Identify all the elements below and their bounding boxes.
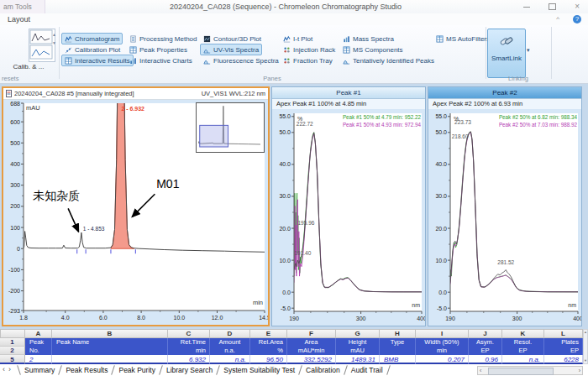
column-letter-l[interactable]: L bbox=[544, 329, 583, 338]
sheet-tab-calibration[interactable]: Calibration bbox=[301, 365, 345, 376]
column-letter-e[interactable]: E bbox=[250, 329, 287, 338]
column-letter-f[interactable]: F bbox=[287, 329, 336, 338]
ribbon-button-calibration-plot[interactable]: Calibration Plot bbox=[61, 44, 123, 55]
column-letter-j[interactable]: J bbox=[469, 329, 502, 338]
svg-text:-5.0: -5.0 bbox=[437, 305, 447, 311]
table-vertical-scrollbar[interactable]: ▲▼ bbox=[583, 329, 588, 364]
row-number[interactable]: 5 bbox=[0, 355, 25, 364]
header-cell: Amount bbox=[210, 338, 250, 347]
injection-name: 20240204_CA028 #5 [manually integrated] bbox=[14, 90, 134, 97]
ribbon-button-label: Processing Method bbox=[139, 35, 197, 43]
ribbon-button-mass-spectra[interactable]: Mass Spectra bbox=[339, 33, 397, 44]
svg-text:-100: -100 bbox=[8, 267, 20, 273]
title-bar: am Tools 20240204_CA028 (Sequence) - Chr… bbox=[0, 0, 588, 14]
header-cell: Plates bbox=[544, 338, 583, 347]
horizontal-scrollbar[interactable]: ‹ › bbox=[477, 366, 583, 375]
fluorescence-spectra-icon bbox=[203, 57, 211, 65]
svg-text:Peak #1 50% at 4.93 min: 972.9: Peak #1 50% at 4.93 min: 972.94 bbox=[343, 122, 422, 128]
ribbon-button-chromatogram[interactable]: Chromatogram bbox=[61, 33, 123, 44]
svg-text:191.40: 191.40 bbox=[294, 250, 311, 256]
ribbon-button-injection-rack[interactable]: Injection Rack bbox=[280, 44, 339, 55]
ribbon-button-label: Peak Properties bbox=[139, 46, 187, 54]
it-plot-icon bbox=[283, 35, 291, 43]
column-letter-b[interactable]: B bbox=[52, 329, 168, 338]
peak1-spectrum-plot[interactable]: 55.050.040.030.020.010.00.0-5.0190300400… bbox=[272, 108, 425, 325]
peak1-pane[interactable]: Peak #1 Apex Peak #1 100% at 4.85 min 55… bbox=[271, 86, 426, 326]
scroll-down-icon[interactable]: ▼ bbox=[584, 358, 587, 363]
svg-text:%: % bbox=[297, 116, 302, 122]
help-icon[interactable]: ? bbox=[573, 15, 581, 23]
column-letter-a[interactable]: A bbox=[25, 329, 52, 338]
table-corner-cell[interactable] bbox=[0, 329, 25, 338]
collapse-ribbon-icon[interactable]: ^ bbox=[556, 13, 559, 25]
svg-text:M01: M01 bbox=[156, 177, 179, 190]
smartlink-button[interactable]: SmartLink bbox=[487, 29, 526, 78]
sheet-tab-peak-purity[interactable]: Peak Purity bbox=[113, 365, 160, 376]
ribbon-button-label: MS Components bbox=[353, 46, 403, 54]
preset-spinner[interactable]: ▲▼ bbox=[52, 32, 56, 45]
scroll-up-icon[interactable]: ▲ bbox=[584, 330, 587, 334]
data-cell: 0.96 bbox=[469, 355, 502, 364]
svg-text:400: 400 bbox=[10, 161, 20, 167]
tab-scroll-arrows[interactable]: ‹› bbox=[3, 365, 14, 373]
header-cell: min bbox=[416, 347, 469, 355]
sheet-tab-summary[interactable]: Summary bbox=[19, 365, 60, 376]
header-cell: Rel.Area bbox=[250, 338, 287, 347]
mass-spectra-icon bbox=[343, 35, 350, 43]
ribbon-button-uv-vis-spectra[interactable]: UV-Vis Spectra bbox=[200, 44, 262, 55]
svg-text:-200: -200 bbox=[8, 288, 20, 294]
ribbon-button-peak-properties[interactable]: Peak Properties bbox=[126, 44, 191, 55]
contextual-tab[interactable]: am Tools bbox=[0, 0, 45, 13]
scrollbar-thumb[interactable] bbox=[488, 368, 554, 375]
peak1-pane-title[interactable]: Peak #1 bbox=[272, 87, 425, 99]
ribbon-button-ms-components[interactable]: MS Components bbox=[339, 44, 407, 55]
minimize-icon[interactable] bbox=[523, 7, 530, 8]
sheet-tab-audit-trail[interactable]: Audit Trail bbox=[346, 365, 388, 376]
tab-layout[interactable]: Layout bbox=[8, 13, 30, 25]
ribbon-button-label: Injection Rack bbox=[293, 46, 335, 54]
peak2-pane-title[interactable]: Peak #2 bbox=[428, 87, 581, 99]
ribbon-button-contour-3d-plot[interactable]: Contour/3D Plot bbox=[200, 33, 265, 44]
ribbon-button-interactive-charts[interactable]: Interactive Charts bbox=[126, 55, 196, 66]
header-cell: Asym. bbox=[469, 338, 502, 347]
ribbon-button-fraction-tray[interactable]: Fraction Tray bbox=[280, 55, 336, 66]
ribbon-button-fluorescence-spectra[interactable]: Fluorescence Spectra bbox=[200, 55, 282, 66]
data-cell bbox=[52, 355, 168, 364]
sheet-tab-system-suitability-test[interactable]: System Suitability Test bbox=[218, 365, 300, 376]
column-letter-k[interactable]: K bbox=[502, 329, 544, 338]
column-letter-c[interactable]: C bbox=[168, 329, 210, 338]
restore-icon[interactable] bbox=[549, 3, 556, 10]
column-letter-d[interactable]: D bbox=[210, 329, 250, 338]
table-data-row[interactable]: 526.932n.a.96.50332.52921489.31BMB0.2070… bbox=[0, 355, 583, 364]
peak2-spectrum-plot[interactable]: 55.050.040.030.020.010.00.0-5.0190300400… bbox=[428, 108, 581, 325]
chromatogram-pane[interactable]: 20240204_CA028 #5 [manually integrated] … bbox=[2, 86, 270, 326]
ribbon-button-label: I-t Plot bbox=[293, 35, 312, 43]
smartlink-dropdown-icon[interactable]: ▾ bbox=[527, 47, 530, 54]
scroll-left-icon[interactable]: ‹ bbox=[480, 367, 481, 374]
column-letter-h[interactable]: H bbox=[380, 329, 416, 338]
ribbon-button-processing-method[interactable]: Processing Method bbox=[126, 33, 200, 44]
ribbon-button-interactive-results[interactable]: Interactive Results bbox=[61, 55, 134, 66]
header-cell: % bbox=[250, 347, 287, 355]
ribbon-button-i-t-plot[interactable]: I-t Plot bbox=[280, 33, 316, 44]
close-icon[interactable]: × bbox=[575, 0, 580, 13]
ribbon-button-ms-autofilters[interactable]: MS AutoFilters bbox=[433, 33, 493, 44]
column-letter-i[interactable]: I bbox=[416, 329, 469, 338]
overview-inset[interactable] bbox=[196, 102, 265, 153]
svg-text:10.0: 10.0 bbox=[279, 258, 291, 264]
svg-text:30.0: 30.0 bbox=[435, 193, 447, 199]
preset-label[interactable]: Calib. & ... bbox=[2, 63, 55, 70]
sheet-tab-library-search[interactable]: Library Search bbox=[161, 365, 218, 376]
svg-text:8.0: 8.0 bbox=[137, 315, 145, 321]
scroll-right-icon[interactable]: › bbox=[579, 367, 580, 374]
peak2-pane[interactable]: Peak #2 Apex Peak #2 100% at 6.93 min 55… bbox=[428, 86, 582, 326]
ribbon-button-tentatively-identified-peaks[interactable]: Tentatively Identified Peaks bbox=[339, 55, 438, 66]
column-letter-g[interactable]: G bbox=[336, 329, 380, 338]
sheet-tab-peak-results[interactable]: Peak Results bbox=[60, 365, 113, 376]
svg-text:222.72: 222.72 bbox=[297, 121, 313, 127]
header-cell: min bbox=[168, 347, 210, 355]
row-number[interactable]: 2 bbox=[0, 347, 25, 355]
overview-inset-plot[interactable] bbox=[197, 103, 262, 149]
svg-text:300: 300 bbox=[512, 316, 522, 321]
row-number[interactable]: 1 bbox=[0, 338, 25, 347]
